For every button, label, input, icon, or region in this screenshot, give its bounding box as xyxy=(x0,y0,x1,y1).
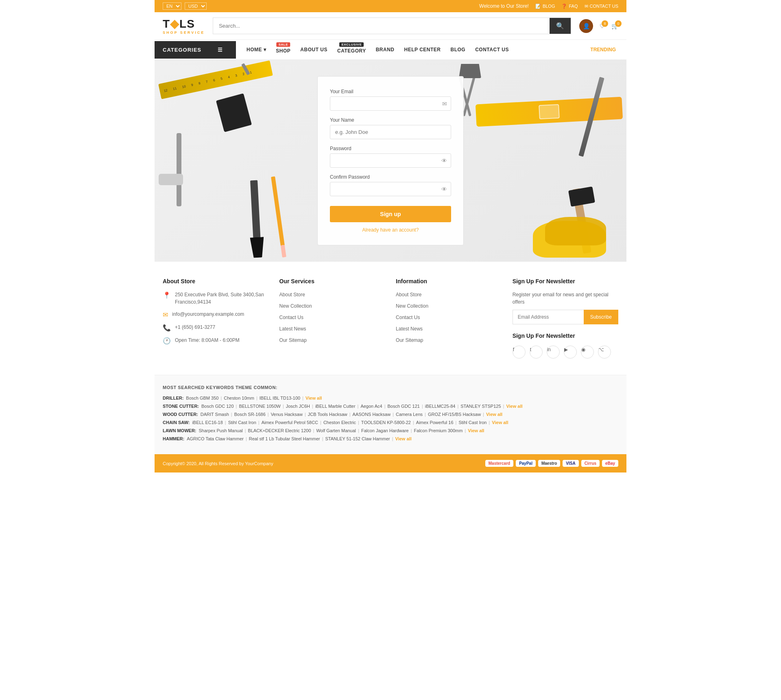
kw-wood-2[interactable]: Bosch SR-1686 xyxy=(234,412,266,417)
cart-icon-wrap[interactable]: 🛒 0 xyxy=(611,23,618,29)
nav-help[interactable]: HELP CENTER xyxy=(400,41,445,58)
kw-lawn-5[interactable]: Falcon Premium 300mm xyxy=(414,428,463,433)
confirm-label: Confirm Password xyxy=(330,174,451,180)
kw-lawn-3[interactable]: Wolf Garten Manual xyxy=(316,428,356,433)
info-news[interactable]: Latest News xyxy=(396,325,500,332)
kw-stone-6[interactable]: Bosch GDC 121 xyxy=(387,404,419,409)
kw-stone-8[interactable]: STANLEY STSP125 xyxy=(460,404,501,409)
name-field[interactable] xyxy=(330,125,451,139)
search-button[interactable]: 🔍 xyxy=(550,18,571,34)
kw-wood-1[interactable]: DARIT Smash xyxy=(201,412,229,417)
language-select[interactable]: EN FR xyxy=(163,2,181,10)
mastercard-icon: Mastercard xyxy=(485,460,513,467)
nav-shop[interactable]: SALE SHOP xyxy=(272,40,295,59)
kw-chain-5[interactable]: TOOLSDEN KP-5800-22 xyxy=(361,420,411,425)
kw-stone-2[interactable]: BELLSTONE 1050W xyxy=(239,404,281,409)
kw-lawn-viewall[interactable]: View all xyxy=(468,428,484,433)
info-sitemap[interactable]: Our Sitemap xyxy=(396,337,500,344)
contact-link[interactable]: ✉ CONTACT US xyxy=(585,4,619,9)
kw-lawn-1[interactable]: Sharpex Push Manual xyxy=(199,428,242,433)
newsletter-button[interactable]: Subscribe xyxy=(584,310,618,324)
categories-label: CATEGORIES xyxy=(163,47,201,53)
service-about[interactable]: About Store xyxy=(279,291,384,298)
service-collection[interactable]: New Collection xyxy=(279,302,384,310)
paypal-icon: PayPal xyxy=(516,460,536,467)
nav-home[interactable]: HOME ▾ xyxy=(242,41,270,58)
currency-select[interactable]: USD EUR xyxy=(185,2,207,10)
facebook-icon[interactable]: f xyxy=(513,346,526,359)
nav-brand[interactable]: BRAND xyxy=(372,41,399,58)
kw-chain-3[interactable]: Aimex Powerful Petrol 58CC xyxy=(262,420,318,425)
linkedin-icon[interactable]: in xyxy=(547,346,560,359)
logo-subtitle: SHOP SERVICE xyxy=(163,31,205,35)
menu-icon: ☰ xyxy=(218,47,223,53)
kw-driller-1[interactable]: Bosch GBM 350 xyxy=(186,396,218,400)
kw-stone-viewall[interactable]: View all xyxy=(506,404,522,409)
footer-about-title: About Store xyxy=(163,278,267,284)
info-contact[interactable]: Contact Us xyxy=(396,314,500,321)
kw-lawn-4[interactable]: Falcon Jagan Hardware xyxy=(361,428,409,433)
kw-wood-4[interactable]: JCB Tools Hacksaw xyxy=(308,412,347,417)
github-icon[interactable]: ⌥ xyxy=(598,346,611,359)
twitter-icon[interactable]: t xyxy=(530,346,543,359)
footer-hours: 🕐 Open Time: 8:00AM - 6:00PM xyxy=(163,337,267,345)
nav-contact[interactable]: CONTACT US xyxy=(471,41,513,58)
password-toggle-icon[interactable]: 👁 xyxy=(441,158,447,164)
avatar[interactable]: 👤 xyxy=(579,19,593,33)
confirm-toggle-icon[interactable]: 👁 xyxy=(441,186,447,192)
signup-form: Your Email ✉ Your Name Password 👁 Confir… xyxy=(317,76,464,245)
login-link[interactable]: Already have an account? xyxy=(362,227,419,233)
nav-blog[interactable]: BLOG xyxy=(447,41,470,58)
signup-button[interactable]: Sign up xyxy=(330,206,451,222)
kw-hammer-2[interactable]: Real stf 1 Lb Tubular Steel Hammer xyxy=(249,436,320,441)
clock-icon: 🕐 xyxy=(163,337,171,345)
password-field[interactable] xyxy=(330,153,451,168)
kw-chain-1[interactable]: iBELL EC16-18 xyxy=(192,420,223,425)
youtube-icon[interactable]: ▶ xyxy=(564,346,577,359)
kw-lawn-2[interactable]: BLACK+DECKER Electric 1200 xyxy=(248,428,311,433)
kw-stone-5[interactable]: Aegon Ac4 xyxy=(360,404,382,409)
keywords-section: MOST SEARCHED KEYWORDS THEME COMMON: DRI… xyxy=(155,375,626,454)
kw-stone-1[interactable]: Bosch GDC 120 xyxy=(201,404,233,409)
blog-link[interactable]: 📝 BLOG xyxy=(535,4,555,9)
email-field[interactable] xyxy=(330,96,451,111)
info-about[interactable]: About Store xyxy=(396,291,500,298)
kw-driller-viewall[interactable]: View all xyxy=(305,396,322,400)
nav-about[interactable]: ABOUT US xyxy=(296,41,332,58)
kw-chain-2[interactable]: Stihl Cast Iron xyxy=(228,420,256,425)
footer-newsletter-col: Sign Up For Newsletter Register your ema… xyxy=(513,278,618,363)
info-collection[interactable]: New Collection xyxy=(396,302,500,310)
nav-category[interactable]: EXCLUSIVE CATEGORY xyxy=(333,40,370,59)
kw-wood-5[interactable]: AASONS Hacksaw xyxy=(353,412,391,417)
nav-trending[interactable]: TRENDING xyxy=(586,41,620,58)
address-text: 250 Executive Park Blvd, Suite 3400,San … xyxy=(175,291,267,306)
kw-wood-6[interactable]: Camera Lens xyxy=(396,412,423,417)
wishlist-icon-wrap[interactable]: ♡ 8 xyxy=(600,23,605,29)
kw-stone-7[interactable]: iBELLMC25-84 xyxy=(425,404,456,409)
kw-driller-2[interactable]: Cheston 10mm xyxy=(224,396,254,400)
kw-wood-viewall[interactable]: View all xyxy=(486,412,502,417)
faq-link[interactable]: ❓ FAQ xyxy=(561,4,578,9)
kw-hammer-viewall[interactable]: View all xyxy=(395,436,412,441)
kw-hammer-1[interactable]: AGRICO Tata Claw Hammer xyxy=(187,436,244,441)
kw-wood-3[interactable]: Venus Hacksaw xyxy=(271,412,303,417)
kw-cat-driller: DRILLER: xyxy=(163,396,183,400)
service-contact[interactable]: Contact Us xyxy=(279,314,384,321)
kw-wood-7[interactable]: GROZ HF/15/BS Hacksaw xyxy=(428,412,481,417)
confirm-field[interactable] xyxy=(330,182,451,196)
name-label: Your Name xyxy=(330,117,451,123)
categories-button[interactable]: CATEGORIES ☰ xyxy=(155,41,236,59)
kw-stone-4[interactable]: iBELL Marble Cutter xyxy=(315,404,356,409)
kw-chain-7[interactable]: Stihl Cast Iron xyxy=(458,420,486,425)
kw-chain-viewall[interactable]: View all xyxy=(492,420,508,425)
service-news[interactable]: Latest News xyxy=(279,325,384,332)
kw-chain-4[interactable]: Cheston Electric xyxy=(323,420,356,425)
kw-hammer-3[interactable]: STANLEY 51-152 Claw Hammer xyxy=(325,436,390,441)
service-sitemap[interactable]: Our Sitemap xyxy=(279,337,384,344)
kw-stone-3[interactable]: Josch JC6H xyxy=(286,404,310,409)
kw-driller-3[interactable]: IBELL IBL TD13-100 xyxy=(260,396,301,400)
instagram-icon[interactable]: ◉ xyxy=(581,346,594,359)
newsletter-input[interactable] xyxy=(513,310,584,324)
search-input[interactable] xyxy=(213,18,550,34)
kw-chain-6[interactable]: Aimex Powerful 16 xyxy=(416,420,454,425)
